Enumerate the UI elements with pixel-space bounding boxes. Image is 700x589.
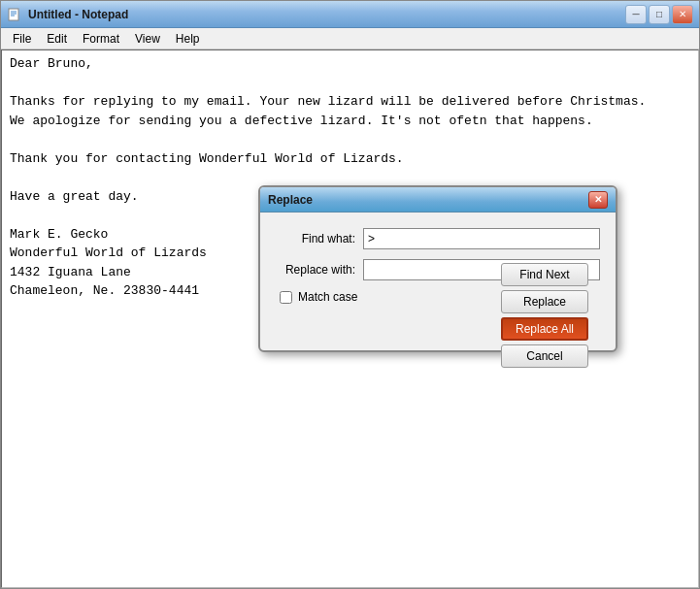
notepad-icon (7, 7, 22, 22)
menu-view[interactable]: View (127, 30, 168, 48)
dialog-title: Replace (268, 193, 588, 207)
find-label: Find what: (276, 232, 363, 245)
find-row: Find what: (276, 228, 600, 249)
menu-edit[interactable]: Edit (39, 30, 75, 48)
dialog-close-button[interactable]: ✕ (588, 191, 608, 209)
replace-dialog: Replace ✕ Find what: Replace with: (258, 185, 617, 352)
svg-rect-0 (9, 9, 18, 20)
title-bar: Untitled - Notepad ─ □ ✕ (1, 1, 699, 28)
minimize-button[interactable]: ─ (625, 5, 647, 24)
replace-label: Replace with: (276, 263, 363, 277)
notepad-window: Untitled - Notepad ─ □ ✕ File Edit Forma… (0, 0, 700, 589)
dialog-inner: Find what: Replace with: Find Next Repla… (276, 228, 600, 335)
title-bar-buttons: ─ □ ✕ (625, 5, 693, 24)
maximize-button[interactable]: □ (649, 5, 670, 24)
window-title: Untitled - Notepad (28, 8, 625, 21)
dialog-body: Find what: Replace with: Find Next Repla… (260, 213, 616, 350)
find-input[interactable] (363, 228, 600, 249)
match-case-label: Match case (298, 290, 357, 304)
menu-file[interactable]: File (5, 30, 39, 48)
menu-bar: File Edit Format View Help (1, 28, 699, 49)
cancel-button[interactable]: Cancel (501, 344, 588, 368)
dialog-buttons: Find Next Replace Replace All Cancel (501, 263, 588, 368)
replace-button[interactable]: Replace (501, 290, 588, 313)
match-case-checkbox[interactable] (280, 291, 292, 304)
replace-all-button[interactable]: Replace All (501, 317, 588, 341)
menu-help[interactable]: Help (168, 30, 208, 48)
menu-format[interactable]: Format (75, 30, 127, 48)
dialog-title-bar: Replace ✕ (260, 187, 616, 213)
close-button[interactable]: ✕ (672, 5, 693, 24)
find-next-button[interactable]: Find Next (501, 263, 588, 286)
